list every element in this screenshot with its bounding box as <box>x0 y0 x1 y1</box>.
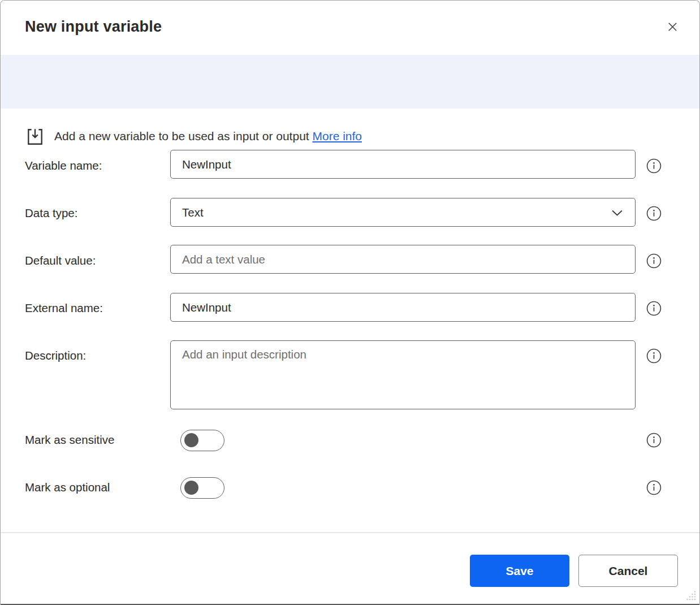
description-label: Description: <box>25 349 86 362</box>
toggle-knob <box>184 481 198 495</box>
external-name-label: External name: <box>25 301 103 315</box>
variable-name-input[interactable] <box>170 150 636 179</box>
description-info-icon[interactable] <box>646 348 662 364</box>
mark-optional-info-icon[interactable] <box>646 480 662 495</box>
mark-sensitive-toggle[interactable] <box>180 430 224 451</box>
chevron-down-icon <box>610 205 625 223</box>
mark-optional-toggle[interactable] <box>180 477 224 499</box>
banner-text: Add a new variable to be used as input o… <box>54 129 362 143</box>
default-value-label: Default value: <box>25 254 96 267</box>
data-type-info-icon[interactable] <box>646 206 662 221</box>
variable-name-label: Variable name: <box>25 159 102 172</box>
mark-optional-label: Mark as optional <box>25 481 110 494</box>
close-button[interactable] <box>664 20 680 36</box>
dialog-title: New input variable <box>25 18 162 36</box>
save-button[interactable]: Save <box>470 555 569 587</box>
close-icon <box>666 20 679 35</box>
data-type-label: Data type: <box>25 206 77 220</box>
mark-sensitive-info-icon[interactable] <box>646 433 662 448</box>
external-name-input[interactable] <box>170 293 636 322</box>
footer-divider <box>1 532 699 533</box>
toggle-knob <box>184 433 198 447</box>
data-type-dropdown[interactable]: Text <box>170 198 636 227</box>
external-name-info-icon[interactable] <box>646 301 662 316</box>
dialog-header: New input variable <box>1 1 699 55</box>
resize-grip-icon[interactable] <box>685 590 697 601</box>
default-value-input[interactable] <box>170 245 636 274</box>
cancel-button[interactable]: Cancel <box>578 555 678 587</box>
variable-name-info-icon[interactable] <box>646 158 662 174</box>
default-value-info-icon[interactable] <box>646 253 662 269</box>
banner-message: Add a new variable to be used as input o… <box>54 129 309 142</box>
mark-sensitive-label: Mark as sensitive <box>25 433 114 447</box>
more-info-link[interactable]: More info <box>312 129 362 142</box>
description-textarea[interactable] <box>170 340 636 409</box>
info-banner: Add a new variable to be used as input o… <box>1 55 699 109</box>
data-type-selected-value: Text <box>182 206 204 219</box>
new-input-variable-dialog: New input variable Add a new variable to… <box>0 0 700 605</box>
input-variable-import-icon <box>25 126 45 148</box>
